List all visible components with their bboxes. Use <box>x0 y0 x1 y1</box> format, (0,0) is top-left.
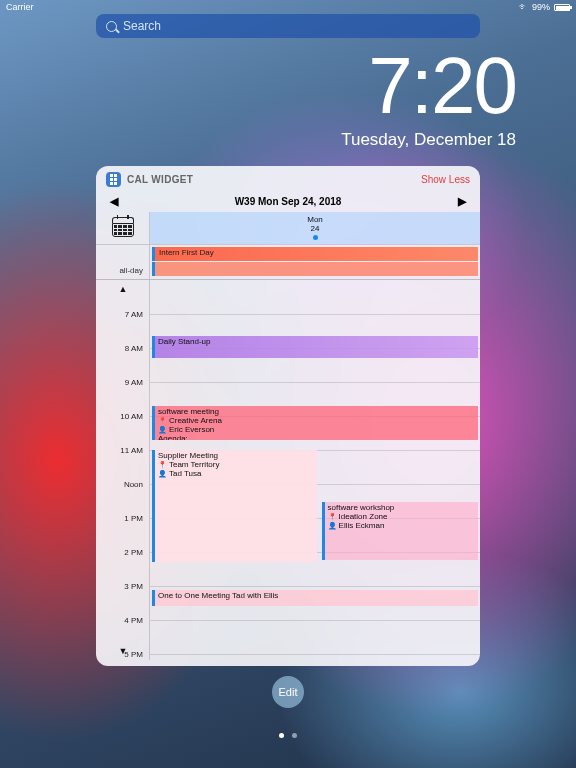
scroll-down-icon[interactable]: ▼ <box>96 646 150 656</box>
page-indicator[interactable] <box>279 733 297 738</box>
all-day-label: all-day <box>96 245 150 279</box>
hour-label: Noon <box>124 480 143 489</box>
nav-title[interactable]: W39 Mon Sep 24, 2018 <box>235 196 342 207</box>
hour-label: 10 AM <box>120 412 143 421</box>
page-dot-active <box>279 733 284 738</box>
battery-pct: 99% <box>532 2 550 12</box>
hour-label: 3 PM <box>124 582 143 591</box>
time-gutter: ▲ 7 AM 8 AM 9 AM 10 AM 11 AM Noon 1 PM 2… <box>96 280 150 660</box>
hour-label: 9 AM <box>125 378 143 387</box>
search-icon <box>106 21 117 32</box>
date-nav-row: ◀ W39 Mon Sep 24, 2018 ▶ <box>96 193 480 212</box>
event-one-to-one[interactable]: One to One Meeting Tad with Ellis <box>152 590 478 606</box>
all-day-event[interactable] <box>152 262 478 276</box>
lockscreen-clock: 7:20 Tuesday, December 18 <box>341 46 516 150</box>
hour-label: 2 PM <box>124 548 143 557</box>
status-bar: Carrier ᯤ 99% <box>6 2 570 12</box>
search-placeholder: Search <box>123 19 161 33</box>
day-of-week: Mon <box>150 215 480 224</box>
event-software-meeting[interactable]: software meeting Creative Arena Eric Eve… <box>152 406 478 440</box>
hour-label: 1 PM <box>124 514 143 523</box>
carrier-label: Carrier <box>6 2 34 12</box>
clock-time: 7:20 <box>341 46 516 126</box>
page-dot <box>292 733 297 738</box>
clock-date: Tuesday, December 18 <box>341 130 516 150</box>
day-column-header[interactable]: Mon 24 <box>150 212 480 244</box>
wifi-icon: ᯤ <box>519 2 528 12</box>
all-day-event[interactable]: Intern First Day <box>152 247 478 261</box>
show-less-button[interactable]: Show Less <box>421 174 470 185</box>
event-supplier-meeting[interactable]: Supplier Meeting Team Territory Tad Tusa <box>152 450 317 562</box>
battery-icon <box>554 4 570 11</box>
widget-header: CAL WIDGET Show Less <box>96 166 480 193</box>
next-arrow-icon[interactable]: ▶ <box>458 195 466 208</box>
today-dot-icon <box>313 235 318 240</box>
edit-button[interactable]: Edit <box>272 676 304 708</box>
hour-label: 11 AM <box>120 446 143 455</box>
calendar-widget: CAL WIDGET Show Less ◀ W39 Mon Sep 24, 2… <box>96 166 480 666</box>
widget-title: CAL WIDGET <box>127 174 193 185</box>
timeline-grid[interactable]: ▲ 7 AM 8 AM 9 AM 10 AM 11 AM Noon 1 PM 2… <box>96 280 480 660</box>
day-number: 24 <box>150 224 480 233</box>
event-standup[interactable]: Daily Stand-up <box>152 336 478 358</box>
hour-label: 8 AM <box>125 344 143 353</box>
month-calendar-icon[interactable] <box>112 217 134 239</box>
all-day-row: all-day Intern First Day <box>96 244 480 280</box>
hour-label: 4 PM <box>124 616 143 625</box>
search-bar[interactable]: Search <box>96 14 480 38</box>
calendar-app-icon <box>106 172 121 187</box>
hour-label: 7 AM <box>125 310 143 319</box>
prev-arrow-icon[interactable]: ◀ <box>110 195 118 208</box>
event-software-workshop[interactable]: software workshop Ideation Zone Ellis Ec… <box>322 502 478 560</box>
day-header-row: Mon 24 <box>96 212 480 244</box>
scroll-up-icon[interactable]: ▲ <box>96 284 150 294</box>
